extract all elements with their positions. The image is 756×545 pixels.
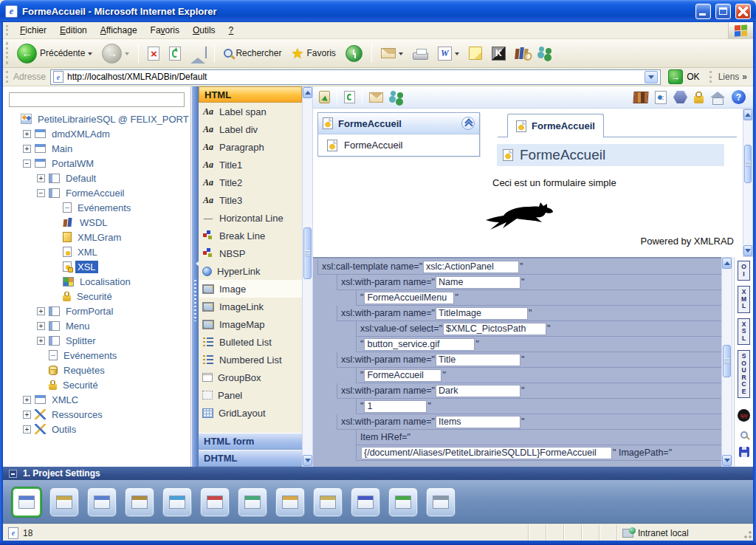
tree-expander-icon[interactable]: + — [37, 307, 45, 315]
source-value-input[interactable]: Dark — [436, 385, 520, 397]
project-step-2-button[interactable] — [49, 487, 79, 517]
toolbox-item-gridlayout[interactable]: GridLayout — [199, 404, 302, 422]
word-dropdown-icon[interactable] — [455, 52, 459, 58]
source-value-input[interactable]: xslc:ActionPanel — [423, 261, 519, 273]
project-step-9-button[interactable] — [313, 487, 343, 517]
title-bar[interactable]: e FormeAccueil - Microsoft Internet Expl… — [0, 0, 756, 22]
toolbox-item-panel[interactable]: Panel — [199, 386, 302, 404]
tree-expander-icon[interactable]: + — [37, 337, 45, 345]
tree-expander-icon[interactable]: + — [23, 411, 31, 419]
tree-item-default[interactable]: +Default — [7, 171, 190, 185]
toolbox-category-html[interactable]: HTML — [199, 86, 302, 103]
tree-item-requ-tes[interactable]: Requètes — [7, 363, 190, 377]
toolbox-item-image[interactable]: Image — [199, 280, 302, 298]
toolbox-item-nbsp[interactable]: NBSP — [199, 244, 302, 262]
tree-item-ressources[interactable]: +Ressources — [7, 407, 190, 422]
favorites-button[interactable]: ★ Favoris — [287, 45, 339, 62]
messenger-button[interactable] — [534, 44, 557, 62]
tree-item-portalwm[interactable]: −PortalWM — [7, 156, 190, 171]
project-step-8-button[interactable] — [275, 487, 305, 517]
forward-dropdown-icon[interactable] — [125, 52, 129, 58]
project-step-7-button[interactable] — [238, 487, 267, 517]
toolbox-item-imagemap[interactable]: ImageMap — [199, 315, 302, 333]
tree-expander-icon[interactable]: + — [23, 145, 31, 153]
tree-item-menu[interactable]: +Menu — [7, 318, 190, 333]
library-icon[interactable] — [633, 92, 648, 103]
research-button[interactable] — [512, 46, 532, 61]
tree-item-wsdl[interactable]: WSDL — [7, 215, 190, 230]
toolbox-item-imagelink[interactable]: ImageLink — [199, 298, 302, 315]
component-hexagon-icon[interactable] — [673, 91, 687, 103]
mail-dropdown-icon[interactable] — [399, 52, 403, 58]
scroll-down-button[interactable] — [303, 455, 312, 466]
toolbar-grip[interactable] — [6, 42, 8, 64]
project-step-4-button[interactable] — [125, 487, 154, 517]
tree-item-formportal[interactable]: +FormPortal — [7, 304, 190, 318]
maximize-button[interactable] — [715, 4, 731, 19]
project-step-3-button[interactable] — [87, 487, 117, 517]
security-lock-icon[interactable] — [694, 91, 704, 103]
tree-item-dmdxmladm[interactable]: +dmdXMLAdm — [7, 126, 190, 141]
tree-item-petitelibrairiesql-felix-port[interactable]: PetiteLibrairieSQL @ FELIX_PORT — [7, 112, 190, 126]
toolbar-grip[interactable] — [709, 71, 712, 83]
source-value-input[interactable]: 1 — [364, 400, 427, 413]
vertical-splitter[interactable] — [192, 86, 199, 467]
print-button[interactable] — [409, 46, 432, 61]
close-button[interactable] — [735, 4, 751, 19]
tree-expander-icon[interactable]: + — [37, 174, 45, 182]
tree-item-xsl[interactable]: XSL — [7, 259, 190, 274]
home-button[interactable] — [187, 46, 209, 61]
toolbox-item-hyperlink[interactable]: HyperLink — [199, 262, 302, 280]
menu-help[interactable]: ? — [222, 23, 241, 38]
side-tab-xsl[interactable]: X S L — [738, 318, 750, 346]
save-icon[interactable] — [739, 447, 749, 457]
toolbox-category-dhtml[interactable]: DHTML — [199, 450, 302, 467]
project-step-1-button[interactable] — [12, 487, 41, 517]
toolbox-item-numbered-list[interactable]: Numbered List — [199, 351, 302, 369]
package-icon[interactable] — [319, 91, 330, 103]
toolbox-item-break-line[interactable]: Break Line — [199, 227, 302, 244]
tree-item-securit[interactable]: Securité — [7, 377, 190, 392]
tree-filter-input[interactable] — [9, 92, 185, 107]
project-settings-bar[interactable]: 1. Project Settings — [3, 467, 753, 480]
toolbox-item-groupbox[interactable]: GroupBox — [199, 369, 302, 386]
side-tab-xml[interactable]: X M L — [738, 286, 750, 313]
search-button[interactable]: Rechercher — [220, 47, 285, 60]
menu-fichier[interactable]: Fichier — [13, 23, 53, 38]
source-value-input[interactable]: TitleImage — [436, 307, 528, 320]
toolbox-category-html-form[interactable]: HTML form — [199, 433, 302, 450]
toolbox-item-paragraph[interactable]: AaParagraph — [199, 138, 302, 156]
collapse-panel-button[interactable] — [461, 117, 475, 130]
toolbox-item-title1[interactable]: AaTitle1 — [199, 156, 302, 174]
toolbox-item-label-div[interactable]: AaLabel div — [199, 120, 302, 138]
source-value-input[interactable]: Items — [436, 416, 520, 428]
refresh-page-icon[interactable] — [344, 91, 355, 103]
preview-scrollbar[interactable] — [743, 109, 753, 257]
tree-item-xml[interactable]: XML — [7, 244, 190, 259]
toolbox-item-title3[interactable]: AaTitle3 — [199, 191, 302, 209]
resize-grip[interactable] — [742, 525, 753, 541]
messenger-icon[interactable] — [390, 90, 405, 104]
tree-item-formeaccueil[interactable]: −FormeAccueil — [7, 185, 190, 200]
scroll-down-button[interactable] — [722, 455, 732, 466]
tree-expander-icon[interactable]: + — [37, 322, 45, 330]
stop-button[interactable]: × — [144, 45, 163, 62]
side-tab-oi[interactable]: O I — [738, 261, 750, 281]
toolbar-grip[interactable] — [6, 25, 8, 35]
source-value-input[interactable]: button_service.gif — [364, 338, 475, 351]
back-dropdown-icon[interactable] — [88, 52, 92, 58]
toolbox-item-label-span[interactable]: AaLabel span — [199, 103, 302, 120]
back-button[interactable]: ← Précédente — [13, 42, 96, 65]
minimize-button[interactable] — [695, 4, 711, 19]
action-panel-header[interactable]: FormeAccueil — [318, 113, 479, 134]
scroll-up-button[interactable] — [722, 258, 732, 269]
report-icon[interactable] — [655, 91, 667, 104]
send-mail-icon[interactable] — [369, 92, 383, 103]
source-value-input[interactable]: Name — [436, 276, 520, 289]
go-button[interactable]: → OK — [665, 69, 702, 84]
action-panel-item[interactable]: FormeAccueil — [318, 134, 479, 156]
source-value-input[interactable]: FormeAccueilMenu — [364, 292, 454, 304]
menu-favoris[interactable]: Favoris — [144, 23, 186, 38]
menu-affichage[interactable]: Affichage — [94, 23, 144, 38]
tree-expander-icon[interactable]: + — [23, 396, 31, 404]
